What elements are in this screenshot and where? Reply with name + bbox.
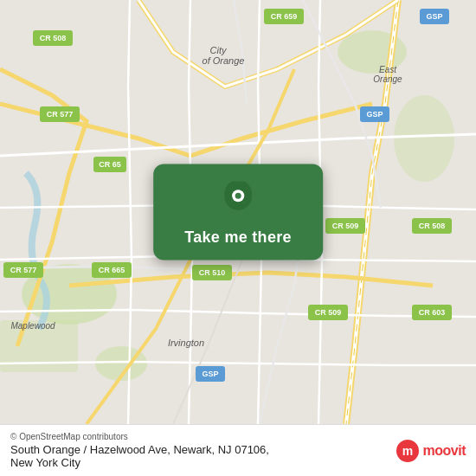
svg-text:CR 665: CR 665 <box>99 266 125 274</box>
address-line1: South Orange / Hazelwood Ave, Newark, NJ… <box>10 443 269 456</box>
svg-text:CR 577: CR 577 <box>47 110 74 119</box>
svg-text:GSP: GSP <box>426 12 442 21</box>
svg-text:Orange: Orange <box>373 74 402 84</box>
green-card: Take me there <box>153 164 323 261</box>
svg-point-43 <box>235 193 241 199</box>
moovit-logo: m moovit <box>396 439 466 463</box>
moovit-icon: m <box>396 439 420 463</box>
svg-text:East: East <box>379 65 397 74</box>
svg-text:GSP: GSP <box>202 370 218 378</box>
svg-text:Irvington: Irvington <box>168 338 204 348</box>
svg-text:of Orange: of Orange <box>203 55 245 66</box>
moovit-brand-text: moovit <box>423 443 466 459</box>
svg-text:CR 577: CR 577 <box>10 266 37 274</box>
svg-text:m: m <box>402 444 412 458</box>
take-me-there-button[interactable]: Take me there <box>184 228 292 247</box>
svg-text:Maplewood: Maplewood <box>10 321 55 331</box>
svg-text:CR 508: CR 508 <box>40 34 67 42</box>
bottom-left: © OpenStreetMap contributors South Orang… <box>10 432 269 469</box>
svg-text:CR 508: CR 508 <box>419 222 446 230</box>
svg-text:City: City <box>210 45 228 55</box>
svg-text:CR 509: CR 509 <box>332 222 359 230</box>
take-me-there-overlay: Take me there <box>153 164 323 261</box>
address-line2: New York City <box>10 456 80 469</box>
map-container: CR 659 GSP CR 508 CR 577 GSP CR 65 CR 50… <box>0 0 476 424</box>
svg-text:CR 509: CR 509 <box>315 308 342 317</box>
location-address: South Orange / Hazelwood Ave, Newark, NJ… <box>10 443 269 469</box>
svg-text:GSP: GSP <box>366 110 383 119</box>
svg-text:CR 659: CR 659 <box>271 12 298 21</box>
svg-text:CR 65: CR 65 <box>99 160 121 169</box>
attribution-text: © OpenStreetMap contributors <box>10 432 269 441</box>
svg-text:CR 510: CR 510 <box>199 268 226 277</box>
location-pin-icon <box>219 182 257 220</box>
svg-point-5 <box>394 95 454 182</box>
svg-text:CR 603: CR 603 <box>419 308 446 317</box>
bottom-bar: © OpenStreetMap contributors South Orang… <box>0 424 476 476</box>
